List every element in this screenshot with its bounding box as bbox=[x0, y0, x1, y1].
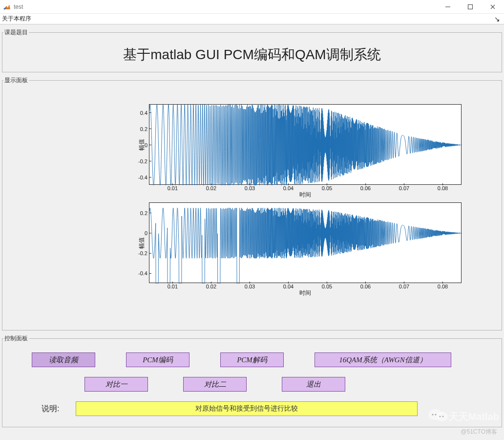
page-title: 基于matlab GUI PCM编码和QAM调制系统 bbox=[2, 45, 502, 64]
exit-button[interactable]: 退出 bbox=[282, 377, 345, 392]
title-panel-legend: 课题题目 bbox=[3, 28, 29, 37]
status-text: 对原始信号和接受到信号进行比较 bbox=[76, 401, 418, 416]
menubar: 关于本程序 ↘ bbox=[0, 14, 504, 24]
watermark-brand-text: 天天Matlab bbox=[449, 410, 499, 423]
watermark-brand: 天天Matlab bbox=[427, 407, 499, 426]
svg-point-35 bbox=[439, 416, 441, 418]
svg-point-32 bbox=[436, 412, 448, 421]
titlebar: test bbox=[0, 0, 504, 14]
control-panel-legend: 控制面板 bbox=[3, 334, 29, 343]
minimize-button[interactable] bbox=[437, 0, 459, 14]
menu-about[interactable]: 关于本程序 bbox=[2, 15, 31, 23]
compare1-button[interactable]: 对比一 bbox=[84, 377, 148, 392]
axes2-xlabel: 时间 bbox=[149, 289, 461, 297]
matlab-icon bbox=[3, 3, 11, 11]
svg-point-36 bbox=[442, 416, 443, 418]
svg-point-33 bbox=[432, 414, 433, 415]
qam-system-button[interactable]: 16QAM系统（AWGN信道） bbox=[315, 352, 451, 367]
window-title: test bbox=[14, 3, 23, 10]
display-panel-legend: 显示面板 bbox=[3, 76, 29, 85]
watermark-site: @51CTO博客 bbox=[461, 428, 497, 436]
display-panel: 显示面板 幅值 -0.4-0.200.20.4 0.010.020.030.04… bbox=[2, 76, 502, 330]
axes2-yticks: -0.4-0.200.2 bbox=[132, 203, 147, 283]
close-button[interactable] bbox=[482, 0, 504, 14]
axes-original-signal: 幅值 -0.4-0.200.20.4 0.010.020.030.040.050… bbox=[149, 104, 462, 185]
pcm-encode-button[interactable]: PCM编码 bbox=[126, 352, 189, 367]
axes1-xlabel: 时间 bbox=[149, 191, 461, 199]
axes-received-signal: 幅值 -0.4-0.200.2 0.010.020.030.040.050.06… bbox=[149, 202, 462, 283]
explain-label: 说明: bbox=[42, 404, 59, 414]
toolbar-overflow-icon[interactable]: ↘ bbox=[494, 15, 502, 23]
svg-point-34 bbox=[435, 414, 436, 415]
svg-rect-3 bbox=[468, 4, 473, 9]
chat-bubble-icon bbox=[427, 407, 449, 426]
pcm-decode-button[interactable]: PCM解码 bbox=[220, 352, 284, 367]
compare2-button[interactable]: 对比二 bbox=[183, 377, 247, 392]
read-audio-button[interactable]: 读取音频 bbox=[32, 352, 95, 367]
maximize-button[interactable] bbox=[459, 0, 482, 14]
title-panel: 课题题目 基于matlab GUI PCM编码和QAM调制系统 bbox=[2, 28, 502, 72]
axes1-yticks: -0.4-0.200.20.4 bbox=[132, 105, 147, 184]
